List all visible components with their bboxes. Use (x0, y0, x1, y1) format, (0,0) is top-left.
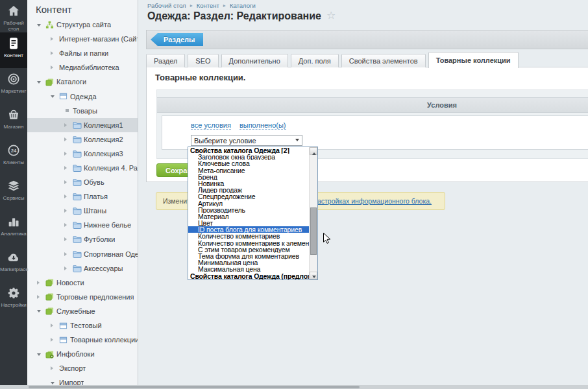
rail-item-clients[interactable]: 24Клиенты (0, 139, 27, 175)
tree-item[interactable]: Медиабиблиотека (27, 60, 138, 75)
tree-item[interactable]: Коллекция 4. Распродажа (27, 161, 138, 175)
dropdown-option[interactable]: Минимальная цена (188, 259, 317, 266)
tree-item[interactable]: Футболки (27, 232, 138, 246)
breadcrumb-link[interactable]: Каталоги (230, 2, 256, 9)
condition-select[interactable]: Выберите условие (191, 135, 302, 146)
expand-arrow-right-icon[interactable] (37, 281, 45, 285)
expand-arrow-right-icon[interactable] (37, 295, 45, 299)
tree-item[interactable]: Тестовый (27, 318, 138, 333)
dropdown-option[interactable]: Свойства каталога Одежда [2] (188, 147, 317, 154)
all-conditions-link[interactable]: все условия (191, 121, 231, 130)
rail-item-store[interactable]: Магазин (0, 104, 27, 139)
tree-item[interactable]: Обувь (27, 175, 138, 189)
expand-arrow-down-icon[interactable] (37, 78, 45, 86)
expand-arrow-right-icon[interactable] (64, 123, 73, 127)
tree-item[interactable]: Платья (27, 189, 138, 204)
tab-seo[interactable]: SEO (188, 54, 218, 67)
tree-item[interactable]: Одежда (27, 89, 138, 103)
expand-arrow-right-icon[interactable] (64, 223, 73, 227)
rail-item-services[interactable]: Сервисы (0, 175, 27, 211)
tree-item[interactable]: Торговые предложения (27, 290, 138, 304)
rail-item-marketplace[interactable]: Marketplace (0, 246, 27, 282)
tree-item[interactable]: Коллекция1 (27, 118, 138, 132)
dropdown-option[interactable]: Бренд (188, 174, 317, 180)
scroll-up-button[interactable] (310, 147, 317, 155)
tree-item[interactable]: Новости (27, 276, 138, 290)
tree-item[interactable]: Интернет-магазин (Сайт по умолчан (27, 32, 138, 46)
dropdown-scrollbar[interactable] (309, 147, 317, 279)
dropdown-option[interactable]: Количество комментариев (188, 233, 317, 239)
tab-additional[interactable]: Дополнительно (221, 54, 288, 67)
dropdown-option[interactable]: Материал (188, 213, 317, 220)
infoblock-settings-link[interactable]: Настройках информационного блока. (312, 197, 432, 205)
tree-item[interactable]: Файлы и папки (27, 46, 138, 60)
dropdown-option[interactable]: Максимальная цена (188, 266, 317, 272)
tree-item[interactable]: Нижнее белье (27, 218, 138, 232)
dropdown-option[interactable]: Артикул (188, 200, 317, 207)
horizontal-scrollbar[interactable] (0, 385, 588, 389)
rail-item-content[interactable]: Контент (0, 32, 27, 68)
tab-section[interactable]: Раздел (146, 54, 185, 67)
expand-arrow-right-icon[interactable] (51, 324, 59, 327)
tree-item[interactable]: Каталоги (27, 75, 138, 89)
horizontal-scrollbar-thumb[interactable] (29, 386, 360, 388)
rail-item-settings[interactable]: Настройки (0, 282, 27, 318)
tree-item[interactable]: Служебные (27, 304, 138, 318)
tree-item[interactable]: Инфоблоки (27, 347, 138, 361)
dropdown-option[interactable]: С этим товаром рекомендуем (188, 246, 317, 253)
expand-arrow-right-icon[interactable] (51, 37, 59, 41)
expand-arrow-right-icon[interactable] (64, 209, 73, 213)
expand-arrow-right-icon[interactable] (64, 237, 73, 241)
expand-arrow-right-icon[interactable] (51, 65, 59, 69)
tree-item[interactable]: Товарные коллекции (27, 333, 138, 347)
expand-arrow-right-icon[interactable] (64, 166, 73, 170)
scrollbar-thumb[interactable] (310, 207, 317, 255)
breadcrumb-link[interactable]: Контент (197, 2, 219, 9)
tree-item[interactable]: Аксессуары (27, 261, 138, 276)
expand-arrow-right-icon[interactable] (51, 338, 59, 342)
expand-arrow-right-icon[interactable] (51, 366, 59, 370)
sections-back-button[interactable]: Разделы (151, 33, 203, 46)
dropdown-option[interactable]: ID поста блога для комментариев (188, 226, 317, 233)
expand-arrow-right-icon[interactable] (64, 266, 73, 270)
expand-arrow-down-icon[interactable] (37, 307, 45, 314)
tab-bar: РазделSEOДополнительноДоп. поляСвойства … (146, 52, 588, 67)
rail-item-marketing[interactable]: Маркетинг (0, 68, 27, 104)
dropdown-option[interactable]: Заголовок окна браузера (188, 154, 317, 160)
rail-item-desktop[interactable]: Рабочий стол (0, 0, 27, 32)
expand-arrow-right-icon[interactable] (51, 51, 59, 55)
favorite-star-icon[interactable]: ☆ (326, 9, 336, 21)
expand-arrow-right-icon[interactable] (64, 137, 73, 141)
scroll-down-button[interactable] (310, 272, 317, 279)
dropdown-option[interactable]: Производитель (188, 207, 317, 213)
fulfilled-link[interactable]: выполнено(ы) (239, 121, 286, 130)
dropdown-option[interactable]: Количество комментариев к элементу (188, 240, 317, 246)
dropdown-option[interactable]: Ключевые слова (188, 160, 317, 167)
expand-arrow-right-icon[interactable] (64, 180, 73, 184)
tree-item[interactable]: Коллекция2 (27, 132, 138, 147)
dropdown-option[interactable]: Мета-описание (188, 167, 317, 174)
dropdown-option[interactable]: Новинка (188, 180, 317, 187)
tab-element-properties[interactable]: Свойства элементов (341, 54, 426, 67)
breadcrumb-link[interactable]: Рабочий стол (147, 2, 186, 9)
expand-arrow-down-icon[interactable] (37, 21, 45, 29)
expand-arrow-right-icon[interactable] (64, 252, 73, 256)
rail-item-analytics[interactable]: Аналитика (0, 211, 27, 246)
tree-item[interactable]: Коллекция3 (27, 147, 138, 161)
dropdown-option[interactable]: Свойства каталога Одежда (предложения) [… (188, 273, 317, 279)
tree-item[interactable]: Штаны (27, 204, 138, 218)
expand-arrow-down-icon[interactable] (37, 351, 45, 358)
tree-item[interactable]: Спортивная Одежда (27, 247, 138, 261)
expand-arrow-down-icon[interactable] (51, 93, 59, 100)
dropdown-option[interactable]: Цвет (188, 220, 317, 226)
dropdown-option[interactable]: Лидер продаж (188, 187, 317, 193)
tree-item[interactable]: Структура сайта (27, 18, 138, 32)
expand-arrow-right-icon[interactable] (64, 194, 73, 198)
expand-arrow-right-icon[interactable] (64, 152, 73, 156)
tree-item[interactable]: Экспорт (27, 361, 138, 375)
dropdown-option[interactable]: Тема форума для комментариев (188, 253, 317, 259)
tab-extra-fields[interactable]: Доп. поля (291, 54, 339, 67)
tree-item[interactable]: Товары (27, 104, 138, 118)
tab-product-collections[interactable]: Товарные коллекции (428, 52, 519, 68)
dropdown-option[interactable]: Спецпредложение (188, 193, 317, 200)
